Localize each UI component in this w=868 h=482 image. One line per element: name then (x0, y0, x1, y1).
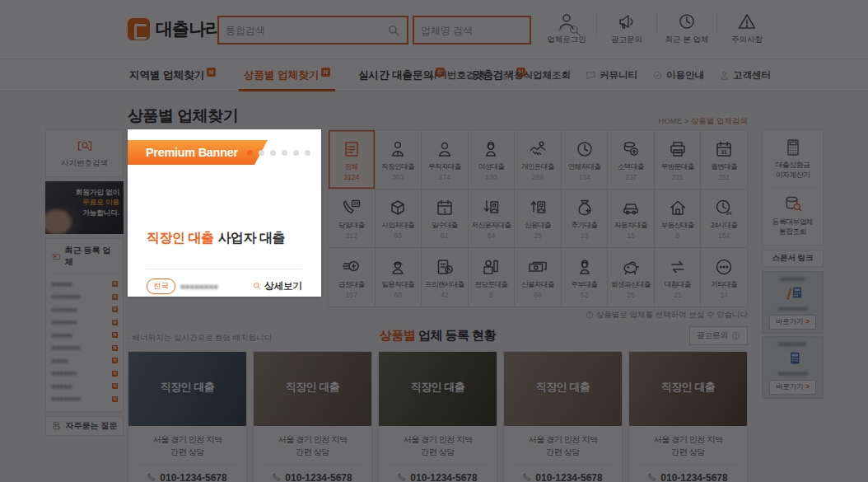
premium-banner-card[interactable]: Premium Banner 직장인 대출사업자 대출 전국 ■■■■■■■■ … (128, 129, 321, 297)
detail-link[interactable]: 상세보기 (252, 280, 302, 292)
masked-company-name: ■■■■■■■■ (180, 282, 218, 291)
carousel-dot[interactable] (305, 150, 310, 156)
carousel-dot[interactable] (270, 150, 276, 156)
region-badge: 전국 (147, 278, 175, 294)
premium-banner-title: 직장인 대출사업자 대출 (147, 230, 285, 247)
carousel-dot[interactable] (247, 150, 253, 156)
carousel-dot[interactable] (293, 150, 299, 156)
carousel-dot[interactable] (282, 150, 287, 156)
carousel-dots (247, 150, 310, 156)
carousel-dot[interactable] (259, 150, 264, 156)
divider (147, 269, 302, 269)
search-icon (252, 281, 262, 291)
